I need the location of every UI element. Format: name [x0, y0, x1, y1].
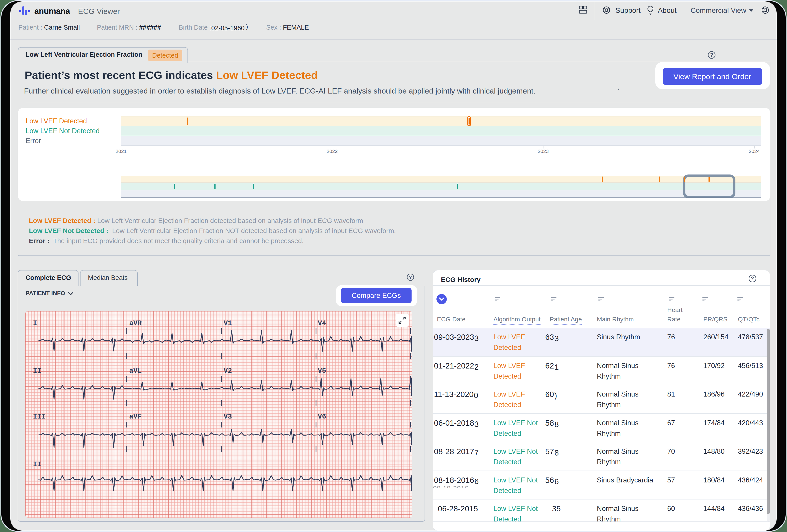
svg-text:?: ?: [751, 276, 754, 281]
svg-text:?: ?: [409, 275, 412, 280]
svg-text:?: ?: [710, 52, 713, 58]
